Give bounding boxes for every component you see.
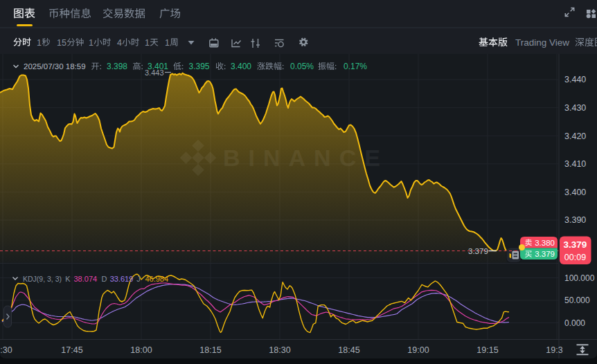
svg-text:BINANCE: BINANCE: [223, 145, 389, 171]
svg-text:38.074: 38.074: [74, 275, 98, 283]
svg-text:18:00: 18:00: [130, 345, 152, 355]
svg-text:J: J: [136, 275, 141, 283]
svg-text:3.401: 3.401: [148, 62, 168, 71]
svg-text:3.398: 3.398: [107, 62, 127, 71]
svg-text:19:00: 19:00: [407, 345, 429, 355]
svg-text:1: 1: [165, 38, 170, 48]
svg-text:18:30: 18:30: [269, 345, 290, 355]
svg-text:33.619: 33.619: [110, 275, 134, 283]
svg-text:50.000: 50.000: [564, 295, 590, 305]
svg-text:2025/07/30 18:59: 2025/07/30 18:59: [24, 62, 86, 71]
svg-text:3.380: 3.380: [535, 239, 555, 247]
svg-text:1: 1: [89, 38, 93, 48]
svg-text:3.400: 3.400: [564, 188, 586, 197]
svg-text:3.410: 3.410: [564, 159, 586, 169]
svg-text:K: K: [65, 275, 71, 283]
svg-text:46.984: 46.984: [145, 275, 168, 283]
svg-text:3.400: 3.400: [231, 62, 251, 71]
svg-text:1: 1: [37, 38, 42, 48]
svg-text:19:15: 19:15: [476, 345, 498, 355]
svg-text:17:30: 17:30: [0, 345, 12, 355]
svg-text:18:15: 18:15: [199, 345, 221, 355]
svg-text:3.440: 3.440: [564, 75, 586, 84]
svg-text:4: 4: [117, 38, 122, 48]
svg-text:3.390: 3.390: [564, 215, 586, 225]
svg-text:3.379: 3.379: [468, 247, 488, 255]
svg-text:0.000: 0.000: [564, 318, 585, 328]
svg-text:KDJ(9, 3, 3): KDJ(9, 3, 3): [23, 275, 62, 283]
svg-text:18:45: 18:45: [338, 345, 359, 355]
svg-text:0.05%: 0.05%: [290, 62, 314, 71]
svg-text:Trading View: Trading View: [515, 37, 569, 48]
svg-text:3.379: 3.379: [564, 239, 587, 250]
svg-text:1: 1: [145, 38, 150, 48]
svg-text:17:45: 17:45: [61, 345, 82, 355]
svg-text:100.000: 100.000: [564, 273, 595, 283]
svg-text:15: 15: [57, 38, 66, 48]
svg-text:00:09: 00:09: [564, 253, 586, 262]
svg-text:3.420: 3.420: [564, 131, 586, 141]
svg-text:D: D: [101, 275, 107, 283]
svg-text:3.379: 3.379: [535, 250, 555, 258]
svg-text:3.430: 3.430: [564, 103, 586, 113]
svg-text:0.17%: 0.17%: [344, 62, 367, 71]
svg-text:3.395: 3.395: [189, 62, 210, 71]
